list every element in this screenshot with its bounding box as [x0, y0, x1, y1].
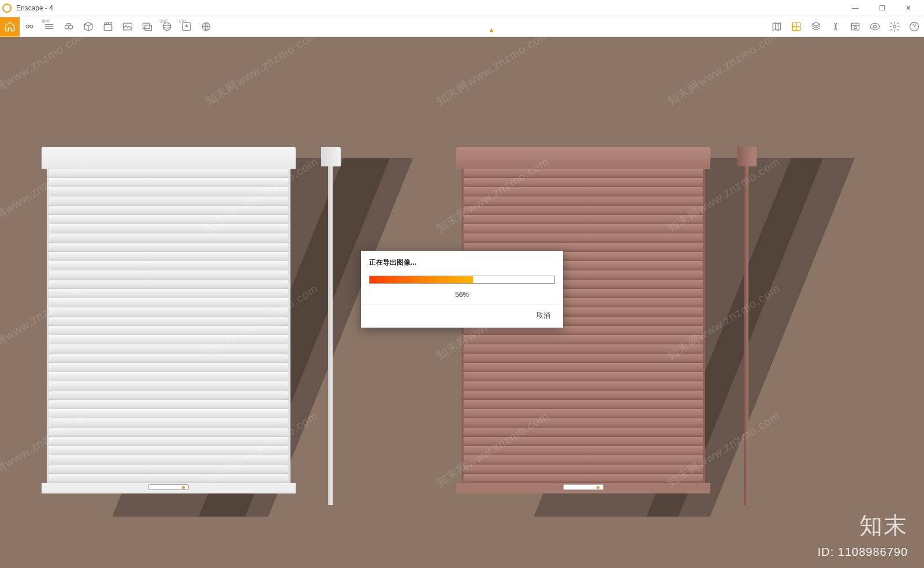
svg-point-3	[69, 25, 73, 29]
shutter-slat	[49, 418, 288, 428]
render-object-shutter-white	[42, 147, 296, 493]
materials-button[interactable]	[787, 17, 806, 36]
export-progress-dialog: 正在导出图像... 56% 取消	[361, 251, 563, 328]
map-button[interactable]	[767, 17, 787, 36]
shutter-slat	[49, 215, 288, 224]
svg-rect-6	[143, 23, 150, 28]
shutter-slat	[49, 261, 288, 270]
shutter-slat	[49, 437, 288, 446]
shutter-slat	[464, 428, 703, 437]
link-icon	[24, 21, 35, 32]
shutter-slat	[464, 372, 703, 381]
watermark-text: 知末网www.znzmo.com	[202, 37, 321, 109]
shutter-slat	[49, 178, 288, 187]
dialog-footer: 取消	[361, 305, 563, 328]
maximize-button[interactable]: ☐	[869, 0, 895, 16]
batch-render-icon	[141, 21, 153, 32]
map-icon	[771, 21, 783, 32]
shutter-slat	[49, 233, 288, 243]
cancel-button[interactable]: 取消	[536, 311, 550, 320]
svg-point-0	[26, 25, 29, 28]
window-controls: — ☐ ✕	[842, 0, 922, 16]
screenshot-icon	[122, 21, 133, 32]
render-object-shutter-white-side	[321, 147, 341, 505]
exe-export-badge: EXE	[179, 19, 187, 23]
help-icon	[908, 21, 920, 32]
shutter-slat	[464, 233, 703, 243]
shutter-slat	[49, 280, 288, 289]
shutter-slat	[49, 206, 288, 215]
panorama-button[interactable]: 360°	[157, 17, 177, 36]
sun-icon	[850, 21, 861, 32]
toolbar-collapse-icon[interactable]: ▲	[489, 27, 495, 33]
shutter-slat	[49, 428, 288, 437]
shutter-slat	[49, 465, 288, 474]
shutter-slat	[464, 455, 703, 465]
shutter-base-rail	[456, 483, 710, 493]
home-icon	[4, 21, 16, 32]
svg-rect-7	[145, 25, 152, 30]
close-icon: ✕	[906, 4, 911, 12]
svg-point-18	[914, 28, 914, 29]
shutter-slat	[49, 169, 288, 178]
close-button[interactable]: ✕	[895, 0, 922, 16]
assetlib-button[interactable]	[806, 17, 826, 36]
enscape-app-icon	[2, 3, 12, 13]
home-button[interactable]	[0, 17, 20, 36]
shutter-slat	[464, 446, 703, 455]
shutter-slat	[49, 243, 288, 252]
shutter-slats	[47, 169, 290, 483]
window-title: Enscape - 4	[16, 4, 842, 12]
shutter-slat	[49, 187, 288, 196]
shutter-slat	[49, 298, 288, 307]
svg-point-2	[65, 25, 69, 29]
shutter-slat	[464, 381, 703, 391]
shutter-slat	[49, 446, 288, 455]
watermark-id: ID: 1108986790	[818, 545, 908, 559]
screenshot-button[interactable]	[118, 17, 137, 36]
shutter-slat	[49, 224, 288, 233]
render-viewport[interactable]: 正在导出图像... 56% 取消 知末网www.znzmo.com知末网www.…	[0, 37, 924, 568]
batch-render-button[interactable]	[137, 17, 157, 36]
shutter-slat	[464, 215, 703, 224]
shutter-slat	[464, 418, 703, 428]
progress-percent-label: 56%	[361, 286, 563, 305]
svg-point-8	[163, 23, 170, 30]
shutter-slat	[464, 363, 703, 372]
bim-button[interactable]: BIM	[39, 17, 59, 36]
side-profile-cap	[321, 147, 341, 166]
shutter-slat	[49, 391, 288, 400]
svg-point-9	[163, 25, 170, 28]
box-button[interactable]	[79, 17, 98, 36]
minimize-button[interactable]: —	[842, 0, 869, 16]
toolbar-left-group: BIM360°EXE	[0, 16, 216, 36]
web-export-icon	[200, 21, 212, 32]
link-button[interactable]	[20, 17, 39, 36]
watermark-logo: 知末	[859, 510, 908, 541]
main-toolbar: BIM360°EXE ▲	[0, 16, 924, 37]
panorama-badge: 360°	[159, 19, 167, 23]
sound-button[interactable]	[826, 17, 845, 36]
web-export-button[interactable]	[196, 17, 216, 36]
shutter-slat	[464, 465, 703, 474]
shutter-slat	[49, 381, 288, 391]
settings-gear-button[interactable]	[885, 17, 904, 36]
exe-export-button[interactable]: EXE	[177, 17, 196, 36]
shutter-slat	[49, 363, 288, 372]
binoculars-button[interactable]	[59, 17, 79, 36]
clapperboard-button[interactable]	[98, 17, 118, 36]
minimize-icon: —	[852, 4, 859, 12]
sun-button[interactable]	[845, 17, 865, 36]
svg-point-16	[893, 25, 896, 28]
shutter-slat	[49, 344, 288, 354]
toolbar-right-group	[767, 16, 924, 36]
progress-bar	[369, 276, 555, 284]
shutter-base-rail	[42, 483, 296, 493]
shutter-slat	[464, 409, 703, 418]
svg-point-15	[874, 25, 877, 28]
shutter-slat	[464, 400, 703, 409]
visibility-button[interactable]	[865, 17, 885, 36]
help-button[interactable]	[904, 17, 924, 36]
shutter-slat	[49, 317, 288, 326]
binoculars-icon	[63, 21, 74, 32]
